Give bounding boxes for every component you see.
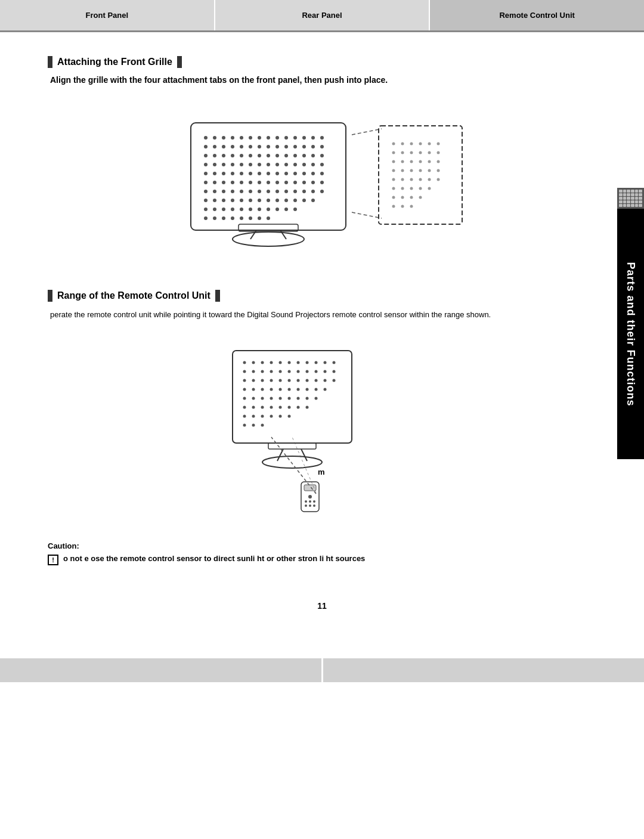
- heading2-bar-icon: [48, 290, 52, 302]
- svg-point-256: [308, 495, 312, 499]
- svg-point-11: [293, 136, 297, 140]
- svg-point-172: [428, 187, 431, 190]
- svg-point-150: [392, 160, 395, 163]
- tab-front-panel[interactable]: Front Panel: [0, 0, 215, 30]
- svg-point-4: [231, 136, 234, 140]
- svg-point-175: [410, 196, 413, 199]
- svg-point-196: [279, 370, 282, 373]
- svg-point-217: [270, 388, 273, 391]
- svg-point-7: [258, 136, 261, 140]
- svg-point-13: [311, 136, 315, 140]
- svg-point-9: [275, 136, 279, 140]
- svg-point-56: [320, 163, 324, 166]
- svg-point-6: [249, 136, 252, 140]
- svg-point-188: [306, 361, 309, 364]
- svg-point-140: [410, 143, 413, 145]
- svg-point-10: [284, 136, 288, 140]
- svg-point-198: [297, 370, 300, 373]
- svg-point-110: [302, 199, 306, 202]
- svg-point-107: [275, 199, 279, 202]
- svg-point-153: [419, 160, 422, 163]
- svg-rect-137: [379, 126, 462, 224]
- svg-point-161: [437, 169, 440, 172]
- svg-point-102: [231, 199, 234, 202]
- svg-point-146: [410, 151, 413, 154]
- svg-point-239: [297, 405, 300, 408]
- svg-point-125: [222, 216, 225, 220]
- svg-point-202: [333, 370, 336, 373]
- svg-line-263: [271, 437, 316, 494]
- svg-point-113: [213, 208, 216, 211]
- svg-point-236: [270, 405, 273, 408]
- svg-point-30: [213, 154, 216, 157]
- svg-point-81: [293, 181, 297, 184]
- svg-point-223: [324, 388, 327, 391]
- header-tabs: Front Panel Rear Panel Remote Control Un…: [0, 0, 644, 32]
- svg-point-167: [437, 178, 440, 181]
- svg-point-22: [267, 145, 270, 148]
- svg-point-83: [311, 181, 315, 184]
- svg-point-200: [315, 370, 318, 373]
- svg-point-82: [302, 181, 306, 184]
- svg-point-98: [320, 190, 324, 193]
- svg-point-207: [279, 379, 282, 382]
- svg-point-173: [392, 196, 395, 199]
- svg-point-41: [311, 154, 315, 157]
- caution-section: Caution: ! o not e ose the remote contro…: [48, 541, 596, 565]
- svg-point-5: [240, 136, 243, 140]
- svg-point-157: [401, 169, 404, 172]
- svg-point-64: [267, 172, 270, 175]
- svg-point-232: [315, 397, 318, 400]
- svg-point-230: [297, 397, 300, 400]
- svg-point-104: [249, 199, 252, 202]
- section2-text: perate the remote control unit while poi…: [50, 309, 596, 321]
- svg-point-34: [249, 154, 252, 157]
- section1-subtitle: Align the grille with the four attachmen…: [50, 75, 596, 85]
- svg-point-178: [401, 205, 404, 208]
- svg-point-71: [204, 181, 208, 184]
- svg-point-35: [258, 154, 261, 157]
- svg-point-37: [275, 154, 279, 157]
- svg-point-42: [320, 154, 324, 157]
- svg-point-94: [284, 190, 288, 193]
- svg-point-60: [231, 172, 234, 175]
- svg-point-201: [324, 370, 327, 373]
- svg-text:m: m: [318, 468, 325, 476]
- svg-point-117: [249, 208, 252, 211]
- svg-point-130: [267, 216, 270, 220]
- svg-point-80: [284, 181, 288, 184]
- svg-point-108: [284, 199, 288, 202]
- svg-point-244: [270, 414, 273, 417]
- svg-point-237: [279, 405, 282, 408]
- svg-point-70: [320, 172, 324, 175]
- svg-point-65: [275, 172, 279, 175]
- svg-point-208: [288, 379, 291, 382]
- tab-remote-control-unit[interactable]: Remote Control Unit: [430, 0, 644, 30]
- svg-point-38: [284, 154, 288, 157]
- heading2-bar-icon2: [215, 290, 220, 302]
- svg-point-247: [243, 423, 246, 426]
- svg-point-67: [293, 172, 297, 175]
- svg-point-190: [324, 361, 327, 364]
- svg-point-3: [222, 136, 225, 140]
- svg-point-193: [252, 370, 255, 373]
- svg-point-211: [315, 379, 318, 382]
- diagram2-container: m: [48, 333, 596, 518]
- svg-point-126: [231, 216, 234, 220]
- svg-point-248: [252, 423, 255, 426]
- caution-icon: !: [48, 555, 58, 565]
- svg-point-187: [297, 361, 300, 364]
- svg-point-182: [252, 361, 255, 364]
- svg-point-219: [288, 388, 291, 391]
- svg-point-234: [252, 405, 255, 408]
- svg-point-184: [270, 361, 273, 364]
- tab-rear-panel[interactable]: Rear Panel: [215, 0, 431, 30]
- svg-point-220: [297, 388, 300, 391]
- svg-point-183: [261, 361, 264, 364]
- svg-point-199: [306, 370, 309, 373]
- svg-point-224: [243, 397, 246, 400]
- svg-point-45: [222, 163, 225, 166]
- svg-point-77: [258, 181, 261, 184]
- svg-line-136: [352, 212, 382, 218]
- section2-heading: Range of the Remote Control Unit: [48, 290, 596, 302]
